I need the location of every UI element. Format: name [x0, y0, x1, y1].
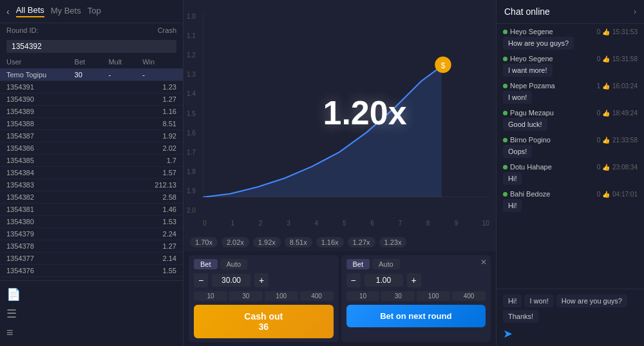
- quick-bet-btn-100[interactable]: 100: [265, 291, 298, 301]
- chat-meta: 0 👍 21:33:58: [597, 137, 638, 144]
- round-id-cell: 1354380: [6, 218, 75, 226]
- bet-tab-bet-1[interactable]: Bet: [194, 259, 218, 269]
- multiplier-badge[interactable]: 2.02x: [222, 237, 249, 247]
- quick-bet-btn-10[interactable]: 10: [194, 291, 227, 301]
- bet-tab-auto-1[interactable]: Auto: [220, 259, 248, 269]
- bet-cell: [75, 157, 109, 164]
- chat-quick-messages: Hi!I won!How are you guys?Thanks!: [503, 294, 638, 323]
- chat-user: Heyo Segene: [503, 55, 553, 62]
- chat-username: Dotu Hahape: [510, 163, 552, 171]
- chat-message: Dotu Hahape 0 👍 23:08:34 Hi!: [503, 163, 638, 185]
- bet-box-1: Bet Auto − + 1030100400 Cash out 36: [189, 255, 339, 342]
- round-id-cell: 1354384: [6, 169, 75, 177]
- multiplier-badge[interactable]: 1.70x: [190, 237, 218, 247]
- chat-quick-message[interactable]: How are you guys?: [556, 294, 627, 307]
- cashout-value: 36: [258, 322, 269, 332]
- bet-tabs-1: Bet Auto: [194, 259, 334, 269]
- chat-message: Heyo Segene 0 👍 15:31:53 How are you guy…: [503, 28, 638, 50]
- quick-bet-btn-100[interactable]: 100: [417, 291, 450, 301]
- svg-text:$: $: [440, 61, 445, 70]
- x-axis-label: 3: [287, 220, 290, 227]
- increase-bet-1[interactable]: +: [254, 273, 269, 287]
- chat-text: I want more!: [503, 64, 553, 77]
- round-id-cell: 1354383: [6, 181, 75, 189]
- bet-tab-bet-2[interactable]: Bet: [346, 259, 370, 269]
- multiplier-row: 1.70x2.02x1.92x8.51x1.16x1.27x1.23x: [184, 233, 496, 251]
- online-dot: [503, 138, 507, 142]
- mult-cell: [108, 181, 142, 189]
- x-axis-label: 2: [259, 220, 263, 227]
- quick-bet-btn-400[interactable]: 400: [452, 291, 486, 301]
- left-panel: ‹ All Bets My Bets Top Round ID: Crash 1…: [0, 0, 184, 346]
- decrease-bet-2[interactable]: −: [346, 273, 361, 287]
- tab-my-bets[interactable]: My Bets: [51, 6, 81, 17]
- x-axis-label: 1: [231, 220, 234, 227]
- chat-user: Birno Pogino: [503, 136, 551, 144]
- bet-cell: [75, 230, 109, 238]
- chat-username: Heyo Segene: [510, 55, 553, 62]
- chat-time: 16:03:24: [612, 82, 638, 90]
- tab-all-bets[interactable]: All Bets: [16, 5, 44, 17]
- table-row: 1354382 2.58: [0, 191, 183, 204]
- bet-amount: 30: [75, 71, 109, 79]
- cashout-button[interactable]: Cash out 36: [194, 305, 334, 338]
- document-icon[interactable]: 📄: [6, 287, 176, 302]
- table-row: 1354391 1.23: [0, 81, 183, 93]
- mult-cell: [108, 255, 142, 262]
- crash-val: 1.23: [142, 83, 176, 91]
- quick-bet-btn-400[interactable]: 400: [300, 291, 334, 301]
- y-axis-label: 1.2: [187, 52, 196, 59]
- bet-amount-input-1[interactable]: [212, 274, 251, 287]
- chat-meta: 1 👍 16:03:24: [597, 82, 638, 90]
- bet-cell: [75, 95, 109, 103]
- bet-input-row-1: − +: [194, 273, 334, 287]
- chat-meta: 0 👍 23:08:34: [597, 164, 638, 171]
- bets-header: User Bet Mult Win: [0, 55, 183, 69]
- multiplier-badge[interactable]: 1.27x: [348, 237, 375, 247]
- quick-bet-btn-30[interactable]: 30: [381, 291, 415, 301]
- cashout-label: Cash out: [244, 311, 283, 322]
- chat-username: Heyo Segene: [510, 28, 553, 35]
- chat-message: Nepe Pozama 1 👍 16:03:24 I won!: [503, 82, 638, 104]
- close-bet-box-2[interactable]: ✕: [480, 258, 487, 267]
- bet-cell: [75, 218, 109, 226]
- expand-chat-icon[interactable]: ›: [634, 7, 636, 16]
- chat-quick-message[interactable]: Hi!: [503, 294, 522, 307]
- crash-val: 212.13: [142, 181, 176, 189]
- chat-text: Good luck!: [503, 118, 547, 131]
- mult-cell: [108, 144, 142, 152]
- chat-msg-header: Heyo Segene 0 👍 15:31:58: [503, 55, 638, 62]
- quick-bet-btn-30[interactable]: 30: [229, 291, 263, 301]
- round-id-cell: 1354391: [6, 83, 75, 91]
- bet-next-round-button[interactable]: Bet on next round: [346, 305, 486, 327]
- multiplier-badge[interactable]: 1.92x: [253, 237, 281, 247]
- quick-bet-btn-10[interactable]: 10: [346, 291, 380, 301]
- y-axis-label: 1.1: [187, 32, 196, 39]
- back-button[interactable]: ‹: [6, 6, 10, 17]
- bet-tab-auto-2[interactable]: Auto: [372, 259, 400, 269]
- bet-amount-input-2[interactable]: [365, 274, 403, 287]
- menu-icon[interactable]: ≡: [6, 326, 176, 340]
- chat-user: Pagu Mezapu: [503, 109, 554, 117]
- multiplier-badge[interactable]: 8.51x: [285, 237, 312, 247]
- bet-quick-btns-2: 1030100400: [346, 291, 486, 301]
- chat-user: Dotu Hahape: [503, 163, 552, 171]
- send-message-button[interactable]: ➤: [503, 327, 513, 341]
- bets-rows-container: 1354391 1.23 1354390 1.27 1354389 1.16 1…: [0, 81, 183, 280]
- y-axis-label: 1.4: [187, 90, 196, 97]
- increase-bet-2[interactable]: +: [407, 273, 421, 287]
- crash-label: Crash: [158, 26, 176, 34]
- multiplier-badge[interactable]: 1.16x: [316, 237, 344, 247]
- list-icon[interactable]: ☰: [6, 307, 176, 321]
- y-axis-label: 2.0: [187, 207, 196, 214]
- tab-top[interactable]: Top: [88, 6, 101, 17]
- decrease-bet-1[interactable]: −: [194, 273, 208, 287]
- right-panel: Chat online › Heyo Segene 0 👍 15:31:53 H…: [496, 0, 644, 346]
- chat-quick-message[interactable]: I won!: [524, 294, 553, 307]
- chat-text: I won!: [503, 91, 532, 104]
- chat-message: Birno Pogino 0 👍 21:33:58 Oops!: [503, 136, 638, 158]
- table-row: 1354383 212.13: [0, 179, 183, 191]
- multiplier-badge[interactable]: 1.23x: [379, 237, 407, 247]
- bet-cell: [75, 242, 109, 250]
- chat-quick-message[interactable]: Thanks!: [503, 310, 538, 323]
